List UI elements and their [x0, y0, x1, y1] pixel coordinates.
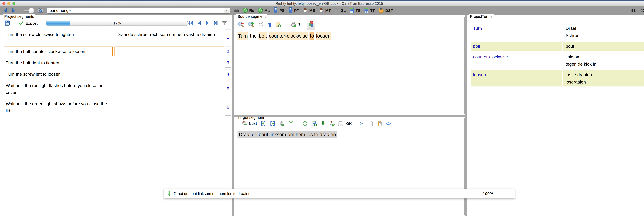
bag-plus-icon	[290, 21, 297, 28]
transfer-left-button[interactable]	[260, 120, 266, 127]
zoom-out-button[interactable]	[238, 21, 244, 28]
source-cell[interactable]: Turn the bolt counter-clockwise to loose…	[4, 47, 113, 56]
insert-match-button[interactable]	[320, 120, 326, 127]
source-cell[interactable]: Turn the bolt right to tighten	[4, 58, 113, 68]
target-cell[interactable]	[114, 58, 224, 68]
target-segment-panel: Target segment Next	[234, 118, 465, 215]
toolbar-button-gl[interactable]: GL	[334, 8, 346, 13]
fork-icon	[288, 120, 294, 127]
first-segment-button[interactable]	[188, 21, 194, 26]
toolbar-separator	[286, 22, 286, 28]
server-icon	[288, 7, 293, 14]
search-input[interactable]	[47, 8, 224, 14]
scissors-icon: ✂	[360, 121, 364, 126]
export-button[interactable]: Export	[19, 21, 38, 26]
term-source[interactable]: Turn	[471, 24, 562, 40]
panel-title: ProjectTerms	[469, 14, 494, 19]
add-to-glossary-button[interactable]	[311, 120, 317, 127]
forward-button[interactable]	[11, 8, 16, 13]
search-dropdown-button[interactable]: ▼	[224, 8, 230, 14]
cut-button[interactable]: ✂	[360, 121, 364, 126]
transfer-right-button[interactable]	[270, 120, 276, 127]
table-row-active[interactable]: Turn the bolt counter-clockwise to loose…	[4, 47, 231, 56]
add-to-memory-button[interactable]	[329, 120, 335, 127]
segment-number[interactable]: 1	[225, 30, 231, 45]
translate-segment-button[interactable]	[279, 120, 285, 127]
source-cell[interactable]: Turn the screw clockwise to tighten	[4, 30, 113, 45]
toolbar-button-dst[interactable]: DST	[378, 8, 393, 14]
resources-toggle-button[interactable]	[307, 19, 315, 30]
toolbar-button-label: PT	[294, 8, 299, 13]
toolbar-button-ma[interactable]: Ma	[258, 8, 270, 14]
target-editor[interactable]: Draai de bout linksom om hem los te draa…	[234, 128, 464, 138]
segment-number[interactable]: 2	[225, 47, 231, 56]
target-cell[interactable]: Draai de schroef rechtsom om hem vast te…	[114, 30, 224, 45]
toolbar-button-ms[interactable]: MS	[302, 8, 315, 14]
table-row[interactable]: Turn the bolt right to tighten 3	[4, 58, 231, 68]
term-source[interactable]: loosen	[471, 70, 562, 87]
paste-button[interactable]	[377, 120, 382, 127]
source-cell[interactable]: Wait until the red light flashes before …	[4, 81, 113, 97]
pilcrow-button[interactable]: ¶	[268, 22, 271, 28]
copy-button[interactable]	[368, 120, 374, 127]
table-row[interactable]: Wait until the red light flashes before …	[4, 81, 231, 97]
vertical-splitter[interactable]	[465, 15, 467, 216]
new-fragment-button[interactable]	[275, 21, 281, 28]
term-source[interactable]: bolt	[471, 42, 562, 51]
screenshot-button[interactable]	[37, 8, 44, 14]
vertical-splitter[interactable]	[232, 15, 234, 216]
term-target[interactable]: bout	[563, 42, 644, 51]
segment-number[interactable]: 6	[225, 99, 231, 116]
toolbar-button-mt[interactable]: MT	[318, 8, 331, 14]
toolbar-button-ts[interactable]: TS	[349, 7, 360, 14]
toolbar-button-pt[interactable]: PT	[288, 7, 299, 14]
last-segment-button[interactable]	[213, 21, 218, 26]
copy-icon	[368, 120, 374, 127]
zoom-in-button[interactable]	[248, 21, 254, 28]
target-segment-text[interactable]: Draai de bout linksom om hem los te draa…	[238, 131, 337, 138]
source-cell[interactable]: Turn the screw left to loosen	[4, 69, 113, 79]
term-target[interactable]: linksom tegen de klok in	[563, 52, 644, 69]
term-source[interactable]: counter-clockwise	[471, 52, 562, 69]
source-cell[interactable]: Wait until the green light shows before …	[4, 99, 113, 116]
horizontal-splitter[interactable]	[234, 115, 465, 117]
target-cell[interactable]	[114, 69, 224, 79]
split-segment-button[interactable]	[288, 120, 294, 127]
panel-title: Project segments	[3, 14, 36, 19]
table-row[interactable]: Wait until the green light shows before …	[4, 99, 231, 116]
progress-label: 17%	[46, 21, 188, 26]
forward-icon	[11, 8, 16, 13]
memory-matches-button[interactable]	[290, 21, 297, 28]
next-button[interactable]: Next	[241, 120, 257, 127]
find-button[interactable]	[234, 8, 239, 13]
refresh-button[interactable]	[302, 120, 308, 127]
ok-checkbox[interactable]	[338, 121, 343, 126]
target-cell[interactable]	[114, 99, 224, 116]
table-row[interactable]: Turn the screw clockwise to tighten Draa…	[4, 30, 231, 45]
next-segment-button[interactable]	[205, 21, 210, 26]
attach-toggle[interactable]	[24, 7, 34, 14]
previous-segment-button[interactable]	[197, 21, 202, 26]
mouse-dictation-button[interactable]	[258, 21, 264, 28]
toolbar-button-tt[interactable]: TT	[364, 7, 375, 14]
back-button[interactable]	[3, 8, 8, 13]
segment-navigation	[188, 20, 229, 26]
segment-number[interactable]: 3	[225, 58, 231, 68]
tags-button[interactable]: <>	[386, 121, 390, 126]
table-icon	[364, 7, 369, 14]
segment-number[interactable]: 5	[225, 81, 231, 97]
last-icon	[213, 21, 218, 26]
term-target[interactable]: Draai Schroef	[563, 24, 644, 40]
filter-button[interactable]	[222, 20, 227, 26]
segment-counter: 41 | 43	[630, 8, 644, 13]
toolbar-button-ps[interactable]: PS	[273, 7, 284, 14]
toolbar-button-label: TT	[370, 8, 375, 13]
term-target[interactable]: los te draaien losdraaien	[563, 70, 644, 87]
table-row[interactable]: Turn the screw left to loosen 4	[4, 69, 231, 79]
match-bar[interactable]: Draai de bout linksom om hem los te draa…	[164, 189, 515, 198]
segment-number[interactable]: 4	[225, 69, 231, 79]
toolbar-button-re[interactable]: Re	[242, 8, 254, 14]
target-cell[interactable]	[114, 81, 224, 97]
target-cell[interactable]	[114, 47, 224, 56]
save-button[interactable]	[4, 20, 10, 27]
